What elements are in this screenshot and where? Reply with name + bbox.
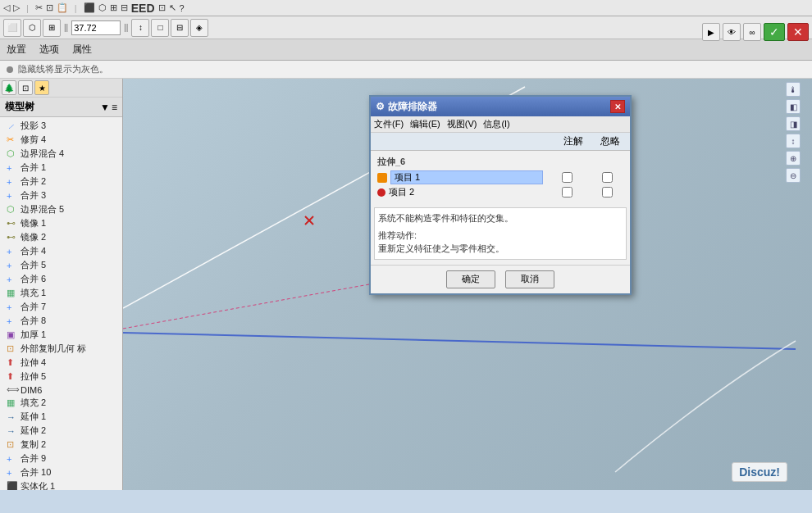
view-btn-2[interactable]: ⬡ — [23, 19, 41, 37]
cancel-button[interactable]: ✕ — [787, 23, 809, 41]
view-btn-5[interactable]: ↕ — [131, 19, 149, 37]
dialog-menu-info[interactable]: 信息(I) — [483, 118, 509, 130]
tree-item-label: 外部复制几何 标 — [21, 343, 86, 355]
view-btn-7[interactable]: ⊟ — [171, 19, 189, 37]
canvas-icon-6[interactable]: ⊖ — [786, 168, 801, 183]
pointer-icon[interactable]: ↖ — [169, 2, 176, 13]
view-btn-6[interactable]: □ — [151, 19, 169, 37]
paste-icon[interactable]: 📋 — [57, 2, 68, 13]
sidebar-item-ti-24[interactable]: ⊡复制 2 — [0, 438, 122, 452]
dialog-menu-view[interactable]: 视图(V) — [447, 118, 477, 130]
sidebar-item-ti-26[interactable]: +合并 10 — [0, 465, 122, 479]
dialog-menu-edit[interactable]: 编辑(E) — [410, 118, 440, 130]
sidebar-item-ti-27[interactable]: ⬛实体化 1 — [0, 479, 122, 490]
sidebar-item-ti-15[interactable]: +合并 8 — [0, 314, 122, 328]
canvas-area[interactable]: 🌡 ◧ ◨ ↕ ⊕ ⊖ Discuz! ⚙ 故障排除器 ✕ 文件(F) 编辑(E… — [123, 79, 812, 490]
item1-note-checkbox[interactable] — [562, 172, 573, 183]
sidebar-item-ti-1[interactable]: ⟋投影 3 — [0, 119, 122, 133]
sidebar-item-ti-11[interactable]: +合并 5 — [0, 258, 122, 272]
sidebar-item-ti-21[interactable]: ▦填充 2 — [0, 396, 122, 410]
sidebar-icon-tree[interactable]: 🌲 — [2, 80, 16, 95]
dialog-cancel-button[interactable]: 取消 — [505, 270, 554, 288]
dialog-menu-file[interactable]: 文件(F) — [374, 118, 404, 130]
copy-icon[interactable]: ⊡ — [46, 2, 53, 13]
sidebar-item-ti-5[interactable]: +合并 2 — [0, 175, 122, 188]
sidebar-icon-star[interactable]: ★ — [34, 80, 49, 95]
tree-item-label: 修剪 4 — [21, 134, 46, 146]
sidebar-item-ti-10[interactable]: +合并 4 — [0, 244, 122, 258]
sidebar-item-ti-12[interactable]: +合并 6 — [0, 272, 122, 286]
sidebar-item-ti-14[interactable]: +合并 7 — [0, 300, 122, 314]
sidebar-item-ti-16[interactable]: ▣加厚 1 — [0, 328, 122, 342]
help-icon[interactable]: ? — [180, 3, 185, 13]
item2-note-checkbox[interactable] — [562, 187, 573, 197]
tree-item-label: 合并 8 — [21, 315, 46, 327]
sidebar-item-ti-17[interactable]: ⊡外部复制几何 标 — [0, 342, 122, 356]
dialog-close-button[interactable]: ✕ — [610, 100, 625, 113]
sidebar-item-ti-25[interactable]: +合并 9 — [0, 452, 122, 465]
sidebar-item-ti-3[interactable]: ⬡边界混合 4 — [0, 147, 122, 161]
ok-button[interactable]: ✓ — [764, 23, 785, 41]
tree-item-label: 加厚 1 — [21, 329, 46, 341]
sidebar-item-ti-9[interactable]: ⊷镜像 2 — [0, 230, 122, 244]
menu-option[interactable]: 选项 — [39, 43, 59, 57]
troubleshooter-dialog[interactable]: ⚙ 故障排除器 ✕ 文件(F) 编辑(E) 视图(V) 信息(I) 注解 忽略 — [369, 95, 632, 295]
glasses-btn[interactable]: ∞ — [743, 23, 761, 41]
tool2-icon[interactable]: ⬡ — [98, 2, 107, 13]
canvas-icon-3[interactable]: ◨ — [786, 116, 801, 131]
sidebar-item-ti-6[interactable]: +合并 3 — [0, 188, 122, 202]
tree-item-label: 合并 6 — [21, 273, 46, 285]
sidebar-item-ti-20[interactable]: ⟺DIM6 — [0, 384, 122, 396]
tool1-icon[interactable]: ⬛ — [84, 2, 95, 13]
sidebar-header: 模型树 ▼ ≡ — [0, 98, 122, 117]
item1-ignore-checkbox[interactable] — [602, 172, 613, 183]
tool6-icon[interactable]: ⊡ — [158, 2, 166, 13]
tree-item-icon: ⬛ — [7, 481, 18, 490]
cut-icon[interactable]: ✂ — [35, 2, 43, 13]
sidebar-item-ti-8[interactable]: ⊷镜像 1 — [0, 216, 122, 230]
canvas-icon-1[interactable]: 🌡 — [786, 82, 801, 97]
tree-item-icon: → — [7, 412, 18, 422]
tree-item-icon: ⬡ — [7, 148, 18, 159]
dimension-input[interactable]: 37.72 — [71, 20, 121, 35]
canvas-icon-4[interactable]: ↕ — [786, 134, 801, 148]
view-btn-8[interactable]: ◈ — [190, 19, 208, 37]
undo-icon[interactable]: ◁ — [3, 2, 10, 13]
tool3-icon[interactable]: ⊞ — [110, 2, 117, 13]
view-btn-1[interactable]: ⬜ — [3, 19, 21, 37]
menu-attr[interactable]: 属性 — [72, 43, 92, 57]
sidebar-filter-icon[interactable]: ▼ — [100, 102, 110, 113]
col-header-ignore: 忽略 — [594, 134, 627, 148]
menu-place[interactable]: 放置 — [7, 43, 26, 57]
tree-item-icon: + — [7, 454, 18, 464]
sidebar-item-ti-18[interactable]: ⬆拉伸 4 — [0, 356, 122, 370]
sidebar-item-ti-22[interactable]: →延伸 1 — [0, 410, 122, 424]
dialog-table-header: 注解 忽略 — [371, 133, 630, 151]
redo-icon[interactable]: ▷ — [13, 2, 20, 13]
dialog-confirm-button[interactable]: 确定 — [446, 270, 495, 288]
sidebar-item-ti-7[interactable]: ⬡边界混合 5 — [0, 202, 122, 216]
sidebar-item-ti-23[interactable]: →延伸 2 — [0, 424, 122, 438]
item1-label[interactable]: 项目 1 — [390, 170, 543, 184]
canvas-icon-5[interactable]: ⊕ — [786, 151, 801, 166]
tree-item-label: 合并 7 — [21, 301, 46, 313]
view-btn-3[interactable]: ⊞ — [43, 19, 61, 37]
eye-btn[interactable]: 👁 — [723, 23, 741, 41]
canvas-icon-2[interactable]: ◧ — [786, 99, 801, 114]
sidebar-icon-copy[interactable]: ⊡ — [18, 80, 33, 95]
col-header-note: 注解 — [553, 134, 594, 148]
sidebar-item-ti-4[interactable]: +合并 1 — [0, 161, 122, 175]
tool5-icon[interactable]: EED — [131, 2, 155, 15]
tree-item-label: 合并 3 — [21, 189, 46, 202]
tree-item-icon: ⊡ — [7, 343, 18, 354]
tool4-icon[interactable]: ⊟ — [121, 2, 128, 13]
sidebar-item-ti-13[interactable]: ▦填充 1 — [0, 286, 122, 300]
tree-item-label: 合并 2 — [21, 175, 46, 188]
sidebar-item-ti-19[interactable]: ⬆拉伸 5 — [0, 370, 122, 384]
sidebar-menu-icon[interactable]: ≡ — [112, 102, 117, 113]
play-icon[interactable]: ▶ — [702, 23, 720, 41]
tree-item-icon: ▣ — [7, 329, 18, 340]
item2-label[interactable]: 项目 2 — [389, 186, 543, 198]
item2-ignore-checkbox[interactable] — [602, 187, 613, 197]
sidebar-item-ti-2[interactable]: ✂修剪 4 — [0, 133, 122, 147]
